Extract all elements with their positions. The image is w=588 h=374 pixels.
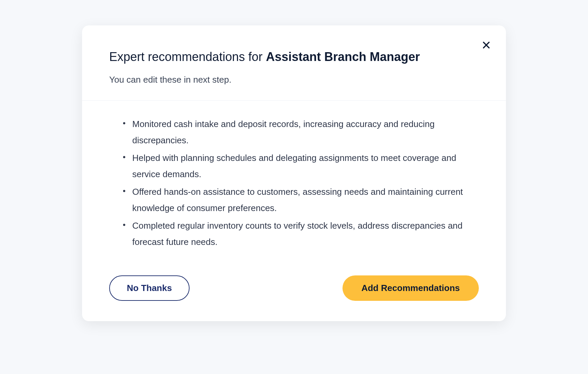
list-item: Helped with planning schedules and deleg… [123,150,465,182]
modal-subtitle: You can edit these in next step. [109,75,479,85]
add-recommendations-button[interactable]: Add Recommendations [342,275,479,301]
close-icon [482,40,491,50]
modal-body: Monitored cash intake and deposit record… [82,101,506,267]
close-button[interactable] [480,39,492,51]
title-role: Assistant Branch Manager [266,50,420,64]
modal-header: Expert recommendations for Assistant Bra… [82,25,506,101]
recommendation-list: Monitored cash intake and deposit record… [123,116,465,250]
list-item: Completed regular inventory counts to ve… [123,217,465,250]
modal-footer: No Thanks Add Recommendations [82,267,506,301]
title-prefix: Expert recommendations for [109,50,266,64]
list-item: Offered hands-on assistance to customers… [123,184,465,216]
list-item: Monitored cash intake and deposit record… [123,116,465,148]
modal-title: Expert recommendations for Assistant Bra… [109,49,479,65]
no-thanks-button[interactable]: No Thanks [109,275,190,301]
recommendations-modal: Expert recommendations for Assistant Bra… [82,25,506,321]
